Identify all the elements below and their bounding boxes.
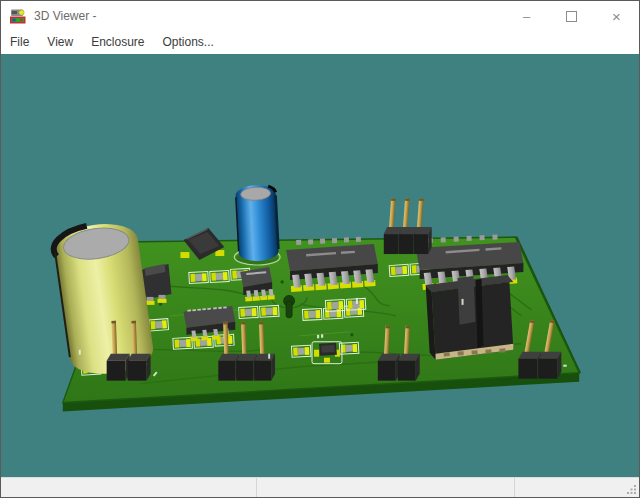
small-electrolytic-capacitor-blue <box>235 184 279 264</box>
close-button[interactable]: × <box>594 1 639 31</box>
menu-item-options[interactable]: Options... <box>154 31 223 54</box>
statusbar-section-2 <box>256 478 515 497</box>
menubar: File View Enclosure Options... <box>1 31 639 54</box>
pin-header-3pin-rear <box>384 198 432 254</box>
close-icon: × <box>612 8 621 25</box>
minimize-icon: – <box>523 9 530 24</box>
icon-capacitor-top <box>19 10 24 15</box>
minimize-button[interactable]: – <box>504 1 549 31</box>
maximize-icon <box>566 11 577 22</box>
viewport-3d[interactable] <box>1 54 639 479</box>
icon-board-blue-part <box>12 19 15 22</box>
menu-item-file[interactable]: File <box>1 31 38 54</box>
pcb-3d-scene <box>1 54 639 479</box>
icon-chip-detail <box>12 11 17 14</box>
maximize-button[interactable] <box>549 1 594 31</box>
statusbar <box>1 477 639 497</box>
app-icon <box>9 7 27 25</box>
window-controls: – × <box>504 1 639 31</box>
statusbar-section-1 <box>1 478 256 497</box>
power-inductor <box>180 228 224 260</box>
titlebar[interactable]: 3D Viewer - – × <box>1 1 639 31</box>
resize-grip[interactable] <box>627 485 637 495</box>
menu-item-view[interactable]: View <box>38 31 82 54</box>
window-title: 3D Viewer - <box>34 9 96 23</box>
relay-black <box>426 275 514 360</box>
icon-board-red-part <box>20 19 23 22</box>
app-window: 3D Viewer - – × File View Enclosure Opti… <box>0 0 640 498</box>
statusbar-section-3 <box>515 478 639 497</box>
menu-item-enclosure[interactable]: Enclosure <box>82 31 153 54</box>
